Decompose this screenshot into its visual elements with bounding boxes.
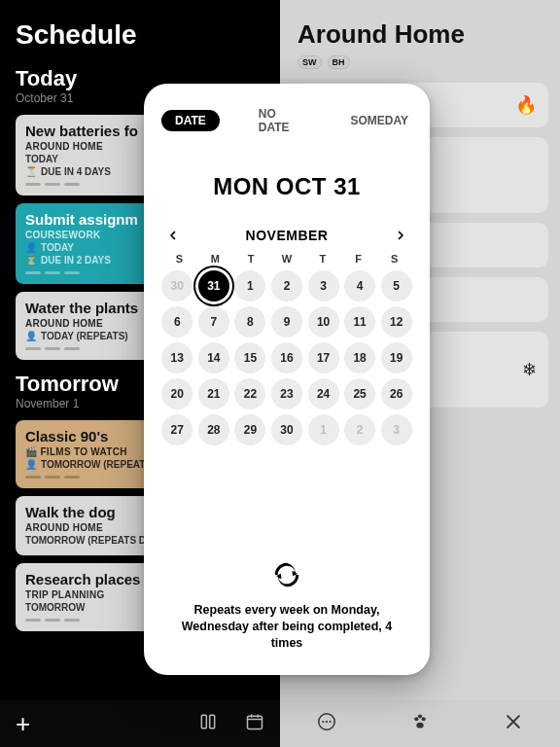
calendar-day[interactable]: 30 [271, 414, 302, 445]
date-picker-modal: DATE NO DATE SOMEDAY MON OCT 31 NOVEMBER… [144, 84, 430, 675]
svg-rect-2 [248, 716, 262, 729]
svg-point-9 [418, 714, 422, 718]
right-title: Around Home [298, 19, 548, 50]
calendar-day[interactable]: 16 [271, 342, 302, 374]
snowflake-icon: ❄ [522, 359, 537, 380]
calendar-day[interactable]: 21 [198, 378, 229, 409]
calendar-day[interactable]: 27 [161, 414, 192, 445]
svg-point-10 [416, 722, 423, 728]
pill[interactable]: SW [298, 55, 322, 69]
tab-no-date[interactable]: NO DATE [255, 103, 312, 138]
repeat-icon [273, 561, 300, 592]
calendar-day[interactable]: 13 [161, 342, 192, 374]
svg-point-6 [330, 720, 332, 722]
app-title: Schedule [16, 19, 268, 51]
calendar-day[interactable]: 28 [198, 414, 229, 445]
columns-icon[interactable] [198, 712, 218, 735]
left-toolbar: + [0, 700, 280, 747]
calendar-day[interactable]: 1 [234, 270, 265, 302]
svg-rect-1 [210, 715, 215, 728]
svg-point-5 [326, 720, 328, 722]
calendar-day[interactable]: 30 [161, 270, 192, 302]
calendar-day[interactable]: 24 [308, 378, 339, 409]
calendar-day[interactable]: 4 [344, 270, 375, 302]
selected-date: MON OCT 31 [161, 173, 412, 200]
svg-rect-0 [201, 715, 206, 728]
calendar-day[interactable]: 2 [344, 414, 375, 445]
tab-someday[interactable]: SOMEDAY [346, 110, 412, 131]
calendar-day[interactable]: 17 [308, 342, 339, 374]
calendar-day[interactable]: 31 [198, 270, 229, 302]
calendar-day[interactable]: 26 [381, 378, 412, 409]
pill[interactable]: BH [328, 55, 350, 69]
next-month-button[interactable] [391, 226, 410, 245]
weekday-header: SMTWTFS [161, 253, 412, 265]
calendar-day[interactable]: 15 [234, 342, 265, 374]
svg-point-8 [422, 717, 426, 721]
calendar-day[interactable]: 2 [271, 270, 302, 302]
repeat-summary[interactable]: Repeats every week on Monday, Wednesday … [161, 561, 412, 659]
calendar-day[interactable]: 8 [234, 306, 265, 338]
calendar-day[interactable]: 6 [161, 306, 192, 338]
repeat-text: Repeats every week on Monday, Wednesday … [171, 602, 402, 652]
calendar-day[interactable]: 10 [308, 306, 339, 338]
calendar-day[interactable]: 29 [234, 414, 265, 445]
calendar-day[interactable]: 23 [271, 378, 302, 409]
flame-icon: 🔥 [515, 94, 537, 116]
calendar-day[interactable]: 19 [381, 342, 412, 374]
calendar-day[interactable]: 25 [344, 378, 375, 409]
tab-date[interactable]: DATE [161, 110, 220, 131]
close-icon[interactable] [500, 712, 527, 736]
more-icon[interactable] [313, 711, 340, 737]
calendar-day[interactable]: 5 [381, 270, 412, 302]
calendar-day[interactable]: 11 [344, 306, 375, 338]
calendar-grid: 3031123456789101112131415161718192021222… [161, 270, 412, 445]
calendar-day[interactable]: 22 [234, 378, 265, 409]
paw-icon[interactable] [406, 711, 434, 737]
calendar-day[interactable]: 9 [271, 306, 302, 338]
filter-pills: SW BH [298, 55, 548, 69]
calendar-icon[interactable] [245, 712, 264, 735]
add-button[interactable]: + [16, 709, 30, 739]
calendar-day[interactable]: 14 [198, 342, 229, 374]
date-mode-tabs: DATE NO DATE SOMEDAY [161, 103, 412, 138]
calendar-day[interactable]: 12 [381, 306, 412, 338]
right-toolbar [280, 700, 560, 747]
calendar-day[interactable]: 18 [344, 342, 375, 374]
calendar-day[interactable]: 1 [308, 414, 339, 445]
calendar-day[interactable]: 7 [198, 306, 229, 338]
svg-point-4 [322, 720, 324, 722]
calendar-day[interactable]: 20 [161, 378, 192, 409]
calendar-day[interactable]: 3 [308, 270, 339, 302]
prev-month-button[interactable] [163, 226, 183, 245]
month-label: NOVEMBER [246, 228, 329, 243]
svg-point-7 [414, 717, 418, 721]
calendar-day[interactable]: 3 [381, 414, 412, 445]
